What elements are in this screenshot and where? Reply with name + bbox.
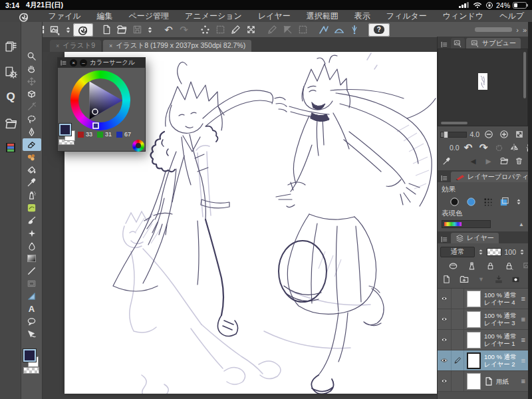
tone-effect-button[interactable] xyxy=(481,196,494,207)
new-layer-folder-button[interactable] xyxy=(458,274,470,285)
ruler-tool[interactable] xyxy=(23,290,41,303)
transparent-color-swatch[interactable] xyxy=(23,367,39,374)
stepper2-icon[interactable] xyxy=(145,23,155,37)
rotate-ccw-button[interactable]: ↶ xyxy=(462,142,475,154)
undo-button[interactable]: ↶ xyxy=(161,23,176,37)
material-folder-icon[interactable] xyxy=(0,114,21,134)
fill-area-button[interactable] xyxy=(280,23,295,37)
correct-line-tool[interactable] xyxy=(23,328,41,340)
scale-up-line-button[interactable] xyxy=(265,23,280,37)
tab-illust9[interactable]: × イラスト9 xyxy=(50,40,101,52)
tab-layer[interactable]: レイヤー xyxy=(451,233,499,243)
gradient-tool[interactable] xyxy=(23,252,41,265)
main-color-swatch[interactable] xyxy=(23,349,36,362)
transfer-to-lower-button[interactable]: ▼ xyxy=(475,274,487,285)
tab-image-palette[interactable] xyxy=(451,38,465,49)
subview-zoom-slider[interactable] xyxy=(440,132,467,138)
next-image-button[interactable]: ▶ xyxy=(482,156,495,167)
text-tool[interactable]: A xyxy=(23,303,41,315)
menu-selection[interactable]: 選択範囲 xyxy=(299,11,346,22)
selection-border-button[interactable] xyxy=(295,23,311,37)
zoom-tool[interactable] xyxy=(23,50,41,63)
layer-visibility-toggle[interactable] xyxy=(438,350,452,370)
menu-layer[interactable]: レイヤー xyxy=(250,11,299,22)
dock-icon[interactable] xyxy=(440,41,448,49)
color-wheel-mode-toggle[interactable] xyxy=(132,140,144,152)
menu-window[interactable]: ウィンドウ xyxy=(435,11,491,22)
layer-menu-icon[interactable]: ≡ xyxy=(521,356,525,364)
menu-edit[interactable]: 編集 xyxy=(89,11,121,22)
blend-mode-stepper[interactable] xyxy=(477,247,484,257)
menu-page[interactable]: ページ管理 xyxy=(121,11,178,22)
pattern-brush-tool[interactable] xyxy=(23,201,41,214)
layer-row[interactable]: 100 % 通常レイヤー 4 ≡ xyxy=(438,289,528,309)
blend-mode-dropdown[interactable]: 通常 xyxy=(440,247,475,257)
effect-stepper[interactable] xyxy=(515,196,523,207)
auto-select-tool[interactable] xyxy=(23,100,41,113)
stepper-icon[interactable] xyxy=(63,23,73,37)
transform-button[interactable] xyxy=(243,23,259,37)
lock-layer-button[interactable] xyxy=(484,261,497,272)
object-tool[interactable] xyxy=(23,88,41,100)
export-image-button[interactable] xyxy=(48,23,63,37)
pen-tool[interactable] xyxy=(23,126,41,138)
open-file-button[interactable] xyxy=(114,23,130,37)
dock-icon[interactable] xyxy=(440,174,448,182)
hue-marker[interactable] xyxy=(93,123,98,128)
timeline-icon[interactable] xyxy=(0,138,21,158)
paper-thumbnail[interactable] xyxy=(467,373,481,390)
expression-color-dropdown[interactable] xyxy=(442,220,491,228)
clear-outside-selection-button[interactable] xyxy=(228,23,243,37)
menu-filter[interactable]: フィルター xyxy=(378,11,435,22)
blend-tool[interactable] xyxy=(23,239,41,252)
eraser-tool[interactable] xyxy=(23,138,41,151)
tab-subview[interactable]: サブビュー xyxy=(466,38,521,49)
page-settings-icon[interactable] xyxy=(0,62,21,82)
layer-row[interactable]: 100 % 通常レイヤー 3 ≡ xyxy=(438,309,528,330)
clip-studio-logo[interactable] xyxy=(16,9,31,23)
rotate-cw-button[interactable]: ↷ xyxy=(477,142,490,154)
move-layer-tool[interactable] xyxy=(23,75,41,88)
expand-right-icon[interactable]: » xyxy=(523,26,527,34)
flip-horizontal-button[interactable] xyxy=(508,142,521,154)
lock-transparent-pixels-button[interactable] xyxy=(503,261,515,272)
layer-row[interactable]: 100 % 通常レイヤー 1 ≡ xyxy=(438,330,528,350)
opacity-slider[interactable] xyxy=(487,248,501,256)
layer-row-selected[interactable]: 100 % 通常レイヤー 2 ≡ xyxy=(438,350,528,371)
layer-menu-icon[interactable]: ≡ xyxy=(521,315,525,323)
airbrush-tool[interactable] xyxy=(23,189,41,201)
menu-animation[interactable]: アニメーション xyxy=(177,11,250,22)
tab-illust8[interactable]: × イラスト8 (1799 x 2037px 350dpi 82.7%) xyxy=(103,40,251,52)
menu-file[interactable]: ファイル xyxy=(40,11,88,22)
zoom-out-button[interactable] xyxy=(482,129,495,140)
scroll-right-icon[interactable]: › xyxy=(516,26,519,34)
layer-thumbnail[interactable] xyxy=(467,332,481,348)
previous-image-button[interactable]: ◀ xyxy=(467,156,479,167)
subview-preview[interactable] xyxy=(438,49,528,126)
layer-menu-icon[interactable]: ≡ xyxy=(521,377,525,385)
decoration-tool[interactable] xyxy=(23,151,41,164)
layer-menu-icon[interactable]: ≡ xyxy=(521,336,525,344)
close-tab-icon[interactable]: × xyxy=(56,43,59,49)
color-circle-header[interactable]: × – カラーサークル xyxy=(58,58,145,68)
layer-color-button[interactable] xyxy=(498,196,511,207)
balloon-tool[interactable] xyxy=(23,315,41,328)
layer-menu-icon[interactable]: ≡ xyxy=(521,295,525,303)
selection-tool[interactable] xyxy=(23,113,41,126)
fill-tool[interactable] xyxy=(23,164,41,176)
save-button[interactable] xyxy=(130,23,145,37)
layer-thumbnail[interactable] xyxy=(467,291,481,307)
slider-handle[interactable] xyxy=(444,131,448,138)
collapse-section-icon[interactable]: ▲ xyxy=(519,221,524,227)
paper-layer-row[interactable]: 用紙 ≡ xyxy=(438,371,528,392)
opacity-stepper[interactable] xyxy=(519,247,525,257)
snap-ruler-button[interactable] xyxy=(317,23,332,37)
clear-subview-button[interactable] xyxy=(513,156,525,167)
snap-guide-button[interactable] xyxy=(347,23,362,37)
main-color-swatch[interactable] xyxy=(59,124,71,136)
new-layer-button[interactable] xyxy=(440,274,453,285)
open-clip-studio-button[interactable] xyxy=(73,23,93,37)
layer-thumbnail[interactable] xyxy=(467,311,481,328)
brush-tool[interactable] xyxy=(23,214,41,227)
menu-view[interactable]: 表示 xyxy=(346,11,378,22)
